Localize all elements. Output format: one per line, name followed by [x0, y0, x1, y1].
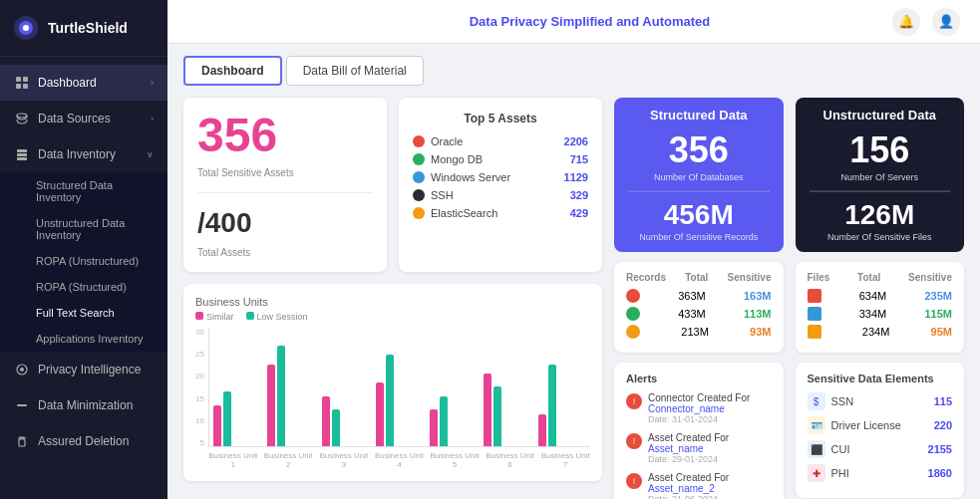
sidebar-item-assured-deletion[interactable]: Assured Deletion [0, 423, 167, 459]
mongo-count: 715 [570, 153, 588, 165]
submenu-ropa-unstructured[interactable]: ROPA (Unstructured) [0, 248, 167, 274]
unstructured-table-header: Files Total Sensitive [808, 272, 953, 283]
sidebar-item-privacy-intelligence[interactable]: Privacy Intelligence [0, 352, 167, 387]
sensitive-row-dl: 🪪 Driver License 220 [808, 416, 953, 434]
app-name: TurtleShield [48, 20, 128, 36]
chart-label-5: Business Unit 6 [486, 451, 535, 469]
sidebar-item-data-minimization[interactable]: Data Minimization [0, 387, 167, 423]
submenu-full-text-search[interactable]: Full Text Search [0, 300, 167, 326]
structured-row3-total: 213M [681, 326, 709, 338]
sidebar-item-data-sources[interactable]: Data Sources › [0, 101, 167, 136]
svg-rect-13 [17, 404, 27, 406]
structured-row1-total: 363M [678, 290, 706, 302]
chart-label-1: Business Unit 2 [263, 451, 313, 469]
elastic-count: 429 [570, 207, 588, 219]
bar-chart [208, 328, 590, 447]
y-label-2: 10 [195, 416, 204, 425]
chart-card: Business Units Similar Low Session 30 25… [183, 284, 602, 481]
phi-icon: ✚ [808, 464, 825, 482]
top-bar: Data Privacy Simplified and Automated 🔔 … [167, 0, 980, 44]
dl-icon: 🪪 [808, 416, 825, 434]
content-area: Dashboard Data Bill of Material 356 Tota… [167, 44, 980, 499]
bar-teal-3 [386, 355, 394, 446]
top5-title: Top 5 Assets [413, 112, 588, 125]
y-label-1: 5 [195, 438, 204, 447]
bar-group-6 [538, 365, 586, 447]
bar-teal-5 [493, 386, 501, 446]
privacy-label: Privacy Intelligence [38, 363, 141, 376]
bar-pink-2 [322, 396, 330, 446]
sidebar-item-dashboard[interactable]: Dashboard › [0, 65, 167, 101]
alert-icon-1: ! [626, 393, 642, 409]
unstructured-row-2: 334M 115M [808, 307, 953, 321]
tab-bar: Dashboard Data Bill of Material [183, 56, 964, 86]
tab-dashboard[interactable]: Dashboard [183, 56, 282, 86]
bell-icon: 🔔 [898, 14, 914, 29]
submenu-ropa-structured[interactable]: ROPA (Structured) [0, 274, 167, 300]
alert-text-2: Asset Created For Asset_name [648, 432, 772, 454]
cui-count: 2155 [928, 443, 952, 455]
chart-legend: Similar Low Session [195, 312, 590, 322]
total-assets-label: Total Assets [197, 247, 373, 258]
alerts-title: Alerts [626, 373, 772, 384]
sensitive-row-cui: ⬛ CUI 2155 [808, 440, 953, 458]
unstructured-servers-label: Number Of Servers [810, 172, 951, 182]
dashboard-icon [14, 75, 30, 91]
teal-legend-dot [246, 312, 254, 320]
user-profile-button[interactable]: 👤 [932, 8, 960, 36]
cui-icon: ⬛ [808, 440, 825, 458]
bar-group-1 [267, 346, 315, 446]
alert-text-3: Asset Created For Asset_name_2 [648, 472, 772, 494]
inventory-label: Data Inventory [38, 147, 116, 161]
sidebar-item-data-inventory[interactable]: Data Inventory ∨ [0, 136, 167, 172]
bar-pink-6 [538, 414, 546, 446]
alert-icon-2: ! [626, 433, 642, 449]
datasources-label: Data Sources [38, 112, 111, 125]
teal-legend-label: Low Session [257, 312, 308, 322]
alert-item-1: ! Connector Created For Connector_name D… [626, 392, 772, 424]
unstructured-row3-sensitive: 95M [931, 326, 952, 338]
bar-teal-4 [440, 396, 448, 446]
y-label-6: 30 [195, 328, 204, 337]
unstructured-table-card: Files Total Sensitive 634M 235M [796, 262, 965, 353]
unstructured-row-3: 234M 95M [808, 325, 953, 339]
svg-rect-5 [16, 84, 21, 89]
svg-point-7 [17, 114, 27, 118]
col-sensitive: Sensitive [728, 272, 772, 283]
asset-row-ssh: SSH 329 [413, 189, 588, 201]
structured-column: Structured Data 356 Number Of Databases … [614, 98, 784, 499]
sidebar: TurtleShield Dashboard › Data Sources › [0, 0, 167, 499]
submenu-applications-inventory[interactable]: Applications Inventory [0, 326, 167, 352]
unstructured-row1-sensitive: 235M [924, 290, 952, 302]
notification-button[interactable]: 🔔 [892, 8, 920, 36]
submenu-structured-inventory[interactable]: Structured Data Inventory [0, 172, 167, 210]
bar-teal-6 [548, 365, 556, 447]
turtleshield-logo-icon [12, 14, 40, 42]
chart-label-3: Business Unit 4 [375, 451, 425, 469]
structured-row-3: 213M 93M [626, 325, 772, 339]
unstructured-row2-total: 334M [859, 308, 887, 320]
deletion-label: Assured Deletion [38, 434, 129, 448]
chart-area: 30 25 20 15 10 5 Business Unit 1Business… [195, 328, 590, 469]
phi-count: 1860 [928, 467, 952, 479]
svg-rect-10 [17, 157, 27, 160]
inventory-icon [14, 146, 30, 162]
chart-label-6: Business Unit 7 [540, 451, 590, 469]
svg-rect-3 [16, 77, 21, 82]
alert-text-1: Connector Created For Connector_name [648, 392, 772, 414]
bar-teal-0 [223, 391, 231, 446]
unstructured-column: Unstructured Data 156 Number Of Servers … [796, 98, 965, 499]
alert-item-3: ! Asset Created For Asset_name_2 Date: 2… [626, 472, 772, 499]
asset-row-elastic: ElasticSearch 429 [413, 207, 588, 219]
bar-pink-1 [267, 365, 275, 447]
bar-group-5 [484, 374, 531, 446]
total-sensitive-number: 356 [197, 112, 373, 159]
tab-data-bill[interactable]: Data Bill of Material [286, 56, 424, 86]
bar-pink-0 [213, 405, 221, 446]
dashboard-label: Dashboard [38, 76, 97, 90]
submenu-unstructured-inventory[interactable]: Unstructured Data Inventory [0, 210, 167, 248]
mongo-name: Mongo DB [431, 153, 483, 165]
y-label-5: 25 [195, 350, 204, 359]
unstructured-row1-total: 634M [859, 290, 887, 302]
col-records: Records [626, 272, 666, 283]
